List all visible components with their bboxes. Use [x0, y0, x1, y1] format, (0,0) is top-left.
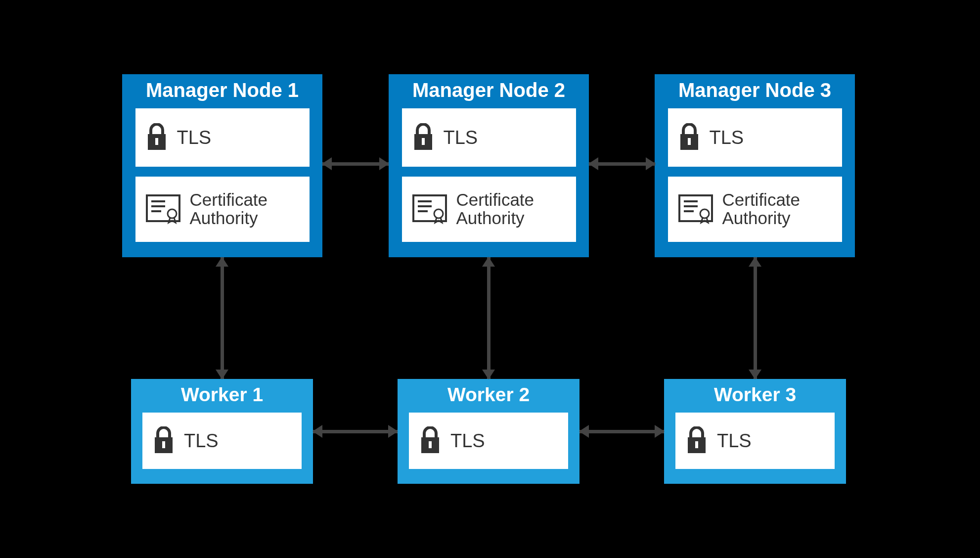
certificate-icon: [678, 194, 713, 225]
manager-1-tls-card: TLS: [135, 108, 310, 167]
worker-2-tls-card: TLS: [409, 413, 568, 469]
svg-point-6: [168, 209, 177, 218]
connector-m1-m2: [322, 157, 389, 170]
worker-1-title: Worker 1: [181, 384, 263, 406]
manager-2-tls-label: TLS: [444, 127, 478, 148]
svg-rect-1: [155, 138, 158, 145]
lock-icon: [419, 426, 442, 455]
manager-3-ca-card: Certificate Authority: [668, 177, 842, 242]
worker-node-3: Worker 3 TLS: [664, 379, 846, 484]
manager-node-3: Manager Node 3 TLS Certificate Authority: [655, 74, 855, 257]
manager-node-1: Manager Node 1 TLS Certificate Authority: [122, 74, 322, 257]
worker-3-title: Worker 3: [714, 384, 796, 406]
lock-icon: [152, 426, 175, 455]
lock-icon: [145, 123, 168, 152]
worker-1-tls-card: TLS: [142, 413, 302, 469]
manager-2-tls-card: TLS: [402, 108, 576, 167]
worker-3-tls-card: TLS: [675, 413, 835, 469]
manager-1-ca-card: Certificate Authority: [135, 177, 310, 242]
worker-2-title: Worker 2: [447, 384, 530, 406]
worker-3-tls-label: TLS: [717, 430, 752, 452]
connector-m2-m3: [589, 157, 655, 170]
manager-1-ca-label: Certificate Authority: [190, 191, 300, 228]
connector-m3-w3: [749, 257, 761, 379]
worker-1-tls-label: TLS: [184, 430, 219, 452]
worker-2-tls-label: TLS: [450, 430, 485, 452]
svg-point-20: [700, 209, 709, 218]
manager-2-ca-card: Certificate Authority: [402, 177, 576, 242]
svg-rect-15: [688, 138, 691, 145]
connector-m2-w2: [482, 257, 495, 379]
manager-2-title: Manager Node 2: [412, 79, 565, 101]
manager-3-tls-label: TLS: [710, 127, 744, 148]
diagram-canvas: Manager Node 1 TLS Certificate Authority…: [118, 74, 862, 484]
connector-w1-w2: [313, 425, 398, 438]
manager-3-title: Manager Node 3: [678, 79, 831, 101]
manager-3-tls-card: TLS: [668, 108, 842, 167]
manager-1-title: Manager Node 1: [146, 79, 299, 101]
worker-node-1: Worker 1 TLS: [131, 379, 313, 484]
manager-3-ca-label: Certificate Authority: [722, 191, 832, 228]
svg-rect-22: [162, 441, 165, 448]
svg-rect-26: [695, 441, 698, 448]
manager-node-2: Manager Node 2 TLS Certificate Authority: [389, 74, 589, 257]
lock-icon: [412, 123, 435, 152]
svg-point-13: [434, 209, 443, 218]
manager-2-ca-label: Certificate Authority: [456, 191, 566, 228]
certificate-icon: [145, 194, 181, 225]
lock-icon: [678, 123, 701, 152]
manager-1-tls-label: TLS: [177, 127, 212, 148]
certificate-icon: [412, 194, 447, 225]
worker-node-2: Worker 2 TLS: [398, 379, 579, 484]
lock-icon: [685, 426, 708, 455]
svg-rect-24: [429, 441, 432, 448]
connector-m1-w1: [216, 257, 228, 379]
svg-rect-8: [422, 138, 425, 145]
connector-w2-w3: [579, 425, 664, 438]
